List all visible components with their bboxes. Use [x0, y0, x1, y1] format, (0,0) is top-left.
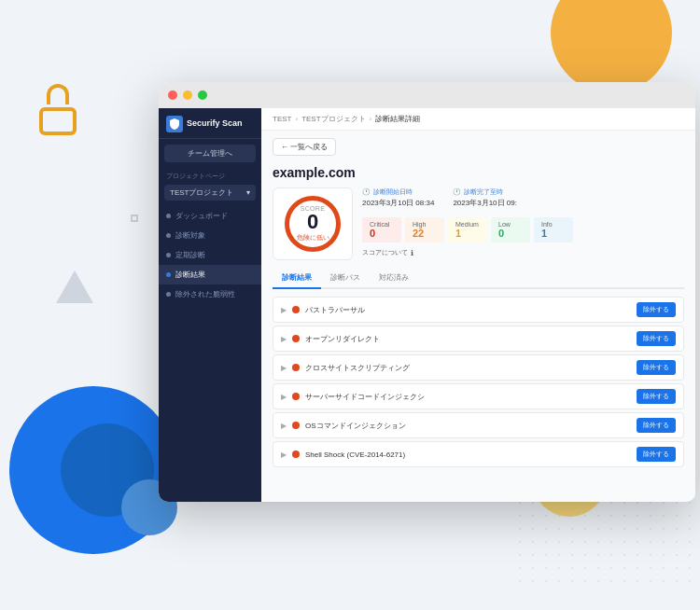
- project-page-label: プロジェクトページ: [159, 168, 261, 183]
- vuln-severity-dot: [292, 451, 300, 458]
- sidebar-logo: Securify Scan: [159, 108, 261, 139]
- sidebar-item-label-scheduled: 定期診断: [175, 250, 205, 260]
- nav-dot-scheduled: [166, 253, 171, 257]
- breadcrumb: TEST › TESTプロジェクト › 診断結果詳細: [261, 108, 695, 131]
- tab-対応済み[interactable]: 対応済み: [370, 268, 418, 289]
- severity-box-medium: Medium1: [448, 217, 487, 243]
- back-button[interactable]: ← 一覧へ戻る: [273, 138, 336, 156]
- severity-boxes: Critical0High22Medium1Low0Info1: [362, 217, 684, 243]
- vuln-item-3: ▶サーバーサイドコードインジェクシ除外する: [273, 383, 684, 409]
- severity-box-high: High22: [405, 217, 444, 243]
- vuln-name-3: サーバーサイドコードインジェクシ: [305, 392, 631, 402]
- nav-dot-dashboard: [166, 214, 171, 218]
- vuln-item-5: ▶Shell Shock (CVE-2014-6271)除外する: [273, 441, 684, 467]
- browser-titlebar: [159, 82, 695, 108]
- scan-end-label: 🕐 診断完了至時: [453, 187, 517, 197]
- team-management-button[interactable]: チーム管理へ: [164, 145, 256, 162]
- minimize-dot: [183, 90, 192, 100]
- vuln-item-4: ▶OSコマンドインジェクション除外する: [273, 412, 684, 438]
- chevron-right-icon: ▶: [281, 451, 287, 459]
- exclude-button-4[interactable]: 除外する: [637, 418, 676, 433]
- logo-text: Securify Scan: [187, 119, 243, 129]
- breadcrumb-sep-2: ›: [370, 115, 372, 123]
- vuln-name-4: OSコマンドインジェクション: [305, 421, 631, 431]
- severity-label-low: Low: [498, 221, 523, 228]
- chevron-right-icon: ▶: [281, 364, 287, 372]
- severity-count-medium: 1: [455, 228, 480, 239]
- breadcrumb-sep-1: ›: [295, 115, 298, 123]
- tab-診断結果[interactable]: 診断結果: [273, 268, 321, 289]
- sidebar-item-targets[interactable]: 診断対象: [159, 226, 261, 245]
- close-dot: [168, 90, 177, 100]
- vuln-severity-dot: [292, 335, 300, 342]
- sidebar-item-label-excluded: 除外された脆弱性: [175, 289, 235, 299]
- bg-orange-circle: [551, 0, 672, 93]
- sidebar-item-results[interactable]: 診断結果: [159, 265, 261, 284]
- nav-dot-targets: [166, 233, 171, 238]
- exclude-button-2[interactable]: 除外する: [637, 360, 676, 375]
- maximize-dot: [198, 90, 207, 100]
- severity-label-medium: Medium: [455, 221, 480, 228]
- info-icon: ℹ: [411, 249, 413, 257]
- severity-count-info: 1: [541, 228, 566, 239]
- vuln-severity-dot: [292, 306, 300, 313]
- vuln-severity-dot: [292, 364, 300, 371]
- severity-box-info: Info1: [534, 217, 573, 243]
- bg-small-square: [131, 215, 138, 222]
- tab-診断パス[interactable]: 診断パス: [321, 268, 370, 289]
- sidebar-item-label-dashboard: ダッシュボード: [175, 211, 228, 221]
- sidebar: Securify Scan チーム管理へ プロジェクトページ TESTプロジェク…: [159, 108, 261, 502]
- chevron-right-icon: ▶: [281, 306, 287, 314]
- sidebar-item-label-targets: 診断対象: [175, 230, 205, 241]
- exclude-button-1[interactable]: 除外する: [637, 331, 676, 346]
- exclude-button-5[interactable]: 除外する: [637, 447, 676, 462]
- severity-label-critical: Critical: [370, 221, 394, 228]
- scan-end-value: 2023年3月10日 09:: [453, 198, 517, 208]
- vuln-item-2: ▶クロスサイトスクリプティング除外する: [273, 354, 684, 381]
- main-area: TEST › TESTプロジェクト › 診断結果詳細 ← 一覧へ戻る examp…: [261, 108, 695, 502]
- scan-info: 🕐 診断開始日時 2023年3月10日 08:34 🕐 診断完了至時: [362, 187, 684, 260]
- scan-start-value: 2023年3月10日 08:34: [362, 198, 434, 208]
- vuln-name-1: オープンリダイレクト: [305, 334, 631, 344]
- vulnerability-list: ▶パストラバーサル除外する▶オープンリダイレクト除外する▶クロスサイトスクリプテ…: [273, 297, 684, 467]
- scan-start-item: 🕐 診断開始日時 2023年3月10日 08:34: [362, 187, 434, 208]
- chevron-right-icon: ▶: [281, 422, 287, 430]
- clock-icon-2: 🕐: [453, 188, 461, 196]
- nav-dot-excluded: [166, 292, 171, 297]
- sidebar-item-label-results: 診断結果: [175, 270, 205, 280]
- chevron-down-icon: ▾: [246, 188, 250, 197]
- vuln-severity-dot: [292, 422, 300, 429]
- chevron-right-icon: ▶: [281, 393, 287, 401]
- severity-count-low: 0: [498, 228, 523, 239]
- vuln-item-1: ▶オープンリダイレクト除外する: [273, 326, 684, 352]
- breadcrumb-project: TESTプロジェクト: [301, 114, 365, 124]
- score-section: SCORE 0 危険に低い 🕐 診断開始日時: [273, 187, 684, 260]
- bg-blue-circle-inner: [61, 423, 154, 517]
- project-select[interactable]: TESTプロジェクト ▾: [164, 185, 256, 201]
- sidebar-nav: ダッシュボード診断対象定期診断診断結果除外された脆弱性: [159, 206, 261, 304]
- bg-triangle: [56, 270, 93, 303]
- score-card: SCORE 0 危険に低い: [273, 187, 353, 260]
- vuln-item-0: ▶パストラバーサル除外する: [273, 297, 684, 323]
- scan-times: 🕐 診断開始日時 2023年3月10日 08:34 🕐 診断完了至時: [362, 187, 684, 208]
- breadcrumb-test: TEST: [273, 115, 291, 123]
- severity-label-info: Info: [541, 221, 566, 228]
- severity-count-critical: 0: [370, 228, 394, 239]
- sidebar-item-dashboard[interactable]: ダッシュボード: [159, 206, 261, 226]
- severity-box-low: Low0: [491, 217, 530, 243]
- bg-lock-icon: [33, 84, 84, 135]
- sidebar-item-excluded[interactable]: 除外された脆弱性: [159, 284, 261, 304]
- logo-icon: [166, 116, 183, 132]
- browser-window: Securify Scan チーム管理へ プロジェクトページ TESTプロジェク…: [159, 82, 695, 502]
- score-note: スコアについて ℹ: [362, 248, 684, 257]
- sidebar-item-scheduled[interactable]: 定期診断: [159, 245, 261, 265]
- score-number: 0: [307, 212, 318, 232]
- project-name: TESTプロジェクト: [170, 187, 233, 198]
- exclude-button-3[interactable]: 除外する: [637, 389, 676, 404]
- bg-blue-circle-big: [9, 386, 177, 554]
- severity-count-high: 22: [413, 228, 437, 239]
- clock-icon: 🕐: [362, 188, 371, 196]
- exclude-button-0[interactable]: 除外する: [637, 302, 676, 317]
- severity-label-high: High: [413, 221, 437, 228]
- vuln-name-2: クロスサイトスクリプティング: [305, 363, 631, 373]
